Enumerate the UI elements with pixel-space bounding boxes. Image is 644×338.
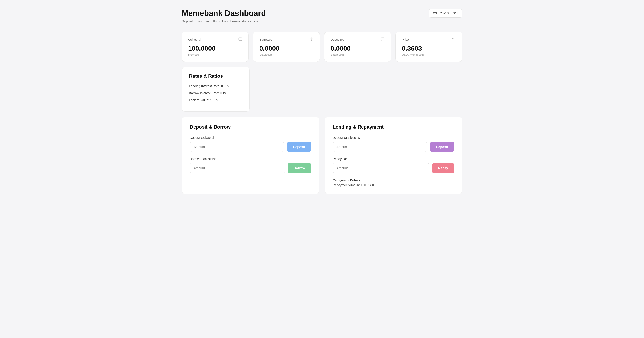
collateral-icon [238, 37, 242, 42]
svg-rect-0 [433, 12, 437, 14]
deposit-collateral-label: Deposit Collateral [190, 136, 311, 140]
stat-unit-collateral: Memecoin [188, 53, 242, 56]
panels-row: Deposit & Borrow Deposit Collateral Depo… [182, 117, 462, 194]
deposit-collateral-input-row: Deposit [190, 142, 311, 152]
page-subtitle: Deposit memecoin collateral and borrow s… [182, 19, 266, 23]
borrow-stablecoins-group: Borrow Stablecoins Borrow [190, 157, 311, 173]
wallet-address: 0x3253...1341 [438, 11, 458, 15]
stat-label-borrowed: Borrowed [259, 38, 272, 41]
deposit-borrow-panel: Deposit & Borrow Deposit Collateral Depo… [182, 117, 319, 194]
stat-value-borrowed: 0.0000 [259, 45, 314, 52]
stat-card-header-borrowed: Borrowed [259, 37, 314, 42]
deposit-collateral-group: Deposit Collateral Deposit [190, 136, 311, 152]
rate-borrow: Borrow Interest Rate: 0.1% [189, 91, 242, 95]
stat-card-borrowed: Borrowed 0.0000 Stablecoin [253, 32, 320, 62]
stat-card-deposited: Deposited 0.0000 Stablecoin [324, 32, 391, 62]
wallet-badge[interactable]: 0x3253...1341 [429, 9, 462, 17]
repay-loan-group: Repay Loan Repay [333, 157, 454, 173]
stat-label-deposited: Deposited [330, 38, 344, 41]
stat-unit-borrowed: Stablecoin [259, 53, 314, 56]
page-header: Memebank Dashboard Deposit memecoin coll… [182, 9, 462, 23]
stat-label-collateral: Collateral [188, 38, 201, 41]
rate-lending: Lending Interest Rate: 0.08% [189, 84, 242, 88]
deposit-collateral-button[interactable]: Deposit [287, 142, 311, 152]
stat-value-collateral: 100.0000 [188, 45, 242, 52]
borrow-stablecoins-input[interactable] [190, 163, 285, 173]
rate-ltv: Loan to Value: 1.66% [189, 98, 242, 102]
lending-repayment-panel: Lending & Repayment Deposit Stablecoins … [325, 117, 462, 194]
repayment-details-title: Repayment Details [333, 178, 454, 182]
stat-unit-price: USDC/Memecoin [402, 53, 456, 56]
borrow-stablecoins-button[interactable]: Borrow [288, 163, 312, 173]
wallet-icon [433, 11, 437, 15]
deposit-stablecoins-group: Deposit Stablecoins Deposit [333, 136, 454, 152]
stat-unit-deposited: Stablecoin [330, 53, 385, 56]
stat-card-header-price: Price [402, 37, 456, 42]
price-icon [452, 37, 456, 42]
stat-label-price: Price [402, 38, 409, 41]
repay-loan-input[interactable] [333, 163, 430, 173]
borrow-stablecoins-input-row: Borrow [190, 163, 311, 173]
deposit-stablecoins-input-row: Deposit [333, 142, 454, 152]
deposit-stablecoins-button[interactable]: Deposit [430, 142, 454, 152]
stat-value-price: 0.3603 [402, 45, 456, 52]
borrowed-icon [310, 37, 314, 42]
stat-card-header-deposited: Deposited [330, 37, 385, 42]
stats-row: Collateral 100.0000 Memecoin Borrowed [182, 32, 462, 62]
page-title: Memebank Dashboard [182, 9, 266, 18]
lending-repayment-title: Lending & Repayment [333, 124, 454, 130]
deposit-stablecoins-input[interactable] [333, 142, 427, 152]
borrow-stablecoins-label: Borrow Stablecoins [190, 157, 311, 161]
header-left: Memebank Dashboard Deposit memecoin coll… [182, 9, 266, 23]
rates-title: Rates & Ratios [189, 73, 242, 79]
deposit-collateral-input[interactable] [190, 142, 284, 152]
deposit-borrow-title: Deposit & Borrow [190, 124, 311, 130]
repay-loan-button[interactable]: Repay [432, 163, 454, 173]
rates-card: Rates & Ratios Lending Interest Rate: 0.… [182, 67, 250, 112]
stat-card-collateral: Collateral 100.0000 Memecoin [182, 32, 248, 62]
repayment-amount: Repayment Amount: 0.0 USDC [333, 183, 454, 187]
repay-loan-input-row: Repay [333, 163, 454, 173]
repay-loan-label: Repay Loan [333, 157, 454, 161]
stat-card-header: Collateral [188, 37, 242, 42]
stat-value-deposited: 0.0000 [330, 45, 385, 52]
svg-rect-1 [239, 38, 242, 41]
repayment-details: Repayment Details Repayment Amount: 0.0 … [333, 178, 454, 187]
stat-card-price: Price 0.3603 USDC/Memecoin [396, 32, 462, 62]
deposit-stablecoins-label: Deposit Stablecoins [333, 136, 454, 140]
deposited-icon [381, 37, 385, 42]
